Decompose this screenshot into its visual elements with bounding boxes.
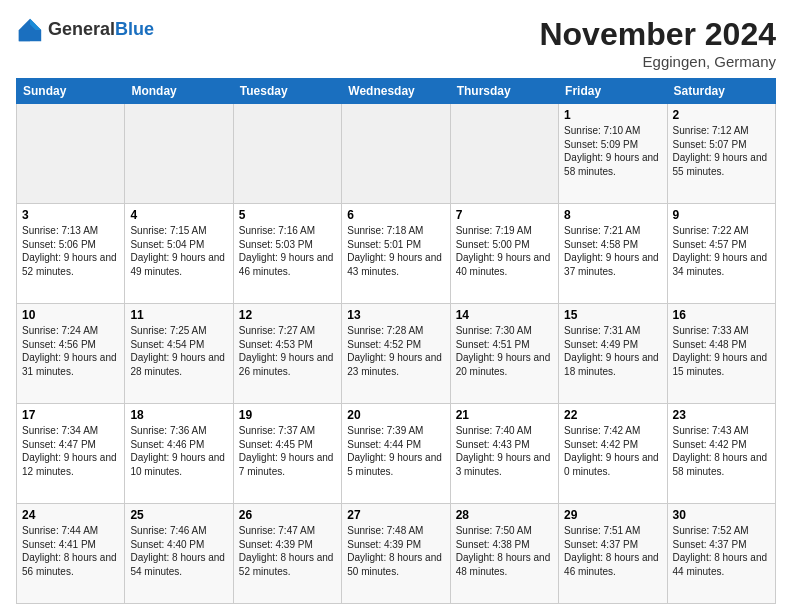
location: Eggingen, Germany bbox=[539, 53, 776, 70]
day-info: Sunrise: 7:13 AM Sunset: 5:06 PM Dayligh… bbox=[22, 224, 119, 278]
calendar-cell bbox=[17, 104, 125, 204]
day-info: Sunrise: 7:51 AM Sunset: 4:37 PM Dayligh… bbox=[564, 524, 661, 578]
day-info: Sunrise: 7:47 AM Sunset: 4:39 PM Dayligh… bbox=[239, 524, 336, 578]
day-number: 7 bbox=[456, 208, 553, 222]
calendar-cell: 3Sunrise: 7:13 AM Sunset: 5:06 PM Daylig… bbox=[17, 204, 125, 304]
calendar-cell: 5Sunrise: 7:16 AM Sunset: 5:03 PM Daylig… bbox=[233, 204, 341, 304]
calendar-cell bbox=[125, 104, 233, 204]
day-number: 27 bbox=[347, 508, 444, 522]
day-number: 24 bbox=[22, 508, 119, 522]
day-number: 20 bbox=[347, 408, 444, 422]
day-number: 13 bbox=[347, 308, 444, 322]
day-number: 17 bbox=[22, 408, 119, 422]
calendar: SundayMondayTuesdayWednesdayThursdayFrid… bbox=[16, 78, 776, 604]
day-info: Sunrise: 7:36 AM Sunset: 4:46 PM Dayligh… bbox=[130, 424, 227, 478]
day-info: Sunrise: 7:39 AM Sunset: 4:44 PM Dayligh… bbox=[347, 424, 444, 478]
day-number: 10 bbox=[22, 308, 119, 322]
calendar-cell: 24Sunrise: 7:44 AM Sunset: 4:41 PM Dayli… bbox=[17, 504, 125, 604]
day-number: 22 bbox=[564, 408, 661, 422]
calendar-cell: 20Sunrise: 7:39 AM Sunset: 4:44 PM Dayli… bbox=[342, 404, 450, 504]
day-number: 14 bbox=[456, 308, 553, 322]
day-number: 9 bbox=[673, 208, 770, 222]
calendar-cell: 4Sunrise: 7:15 AM Sunset: 5:04 PM Daylig… bbox=[125, 204, 233, 304]
day-number: 18 bbox=[130, 408, 227, 422]
calendar-cell: 7Sunrise: 7:19 AM Sunset: 5:00 PM Daylig… bbox=[450, 204, 558, 304]
day-info: Sunrise: 7:21 AM Sunset: 4:58 PM Dayligh… bbox=[564, 224, 661, 278]
calendar-cell: 29Sunrise: 7:51 AM Sunset: 4:37 PM Dayli… bbox=[559, 504, 667, 604]
header: GeneralBlue November 2024 Eggingen, Germ… bbox=[16, 16, 776, 70]
day-number: 4 bbox=[130, 208, 227, 222]
day-info: Sunrise: 7:31 AM Sunset: 4:49 PM Dayligh… bbox=[564, 324, 661, 378]
day-number: 19 bbox=[239, 408, 336, 422]
calendar-cell: 2Sunrise: 7:12 AM Sunset: 5:07 PM Daylig… bbox=[667, 104, 775, 204]
day-info: Sunrise: 7:42 AM Sunset: 4:42 PM Dayligh… bbox=[564, 424, 661, 478]
calendar-cell: 22Sunrise: 7:42 AM Sunset: 4:42 PM Dayli… bbox=[559, 404, 667, 504]
month-title: November 2024 bbox=[539, 16, 776, 53]
logo: GeneralBlue bbox=[16, 16, 154, 44]
day-number: 21 bbox=[456, 408, 553, 422]
day-number: 30 bbox=[673, 508, 770, 522]
calendar-cell: 21Sunrise: 7:40 AM Sunset: 4:43 PM Dayli… bbox=[450, 404, 558, 504]
calendar-cell: 6Sunrise: 7:18 AM Sunset: 5:01 PM Daylig… bbox=[342, 204, 450, 304]
day-info: Sunrise: 7:44 AM Sunset: 4:41 PM Dayligh… bbox=[22, 524, 119, 578]
day-number: 3 bbox=[22, 208, 119, 222]
calendar-cell: 16Sunrise: 7:33 AM Sunset: 4:48 PM Dayli… bbox=[667, 304, 775, 404]
calendar-cell: 17Sunrise: 7:34 AM Sunset: 4:47 PM Dayli… bbox=[17, 404, 125, 504]
day-number: 29 bbox=[564, 508, 661, 522]
calendar-cell: 19Sunrise: 7:37 AM Sunset: 4:45 PM Dayli… bbox=[233, 404, 341, 504]
day-info: Sunrise: 7:28 AM Sunset: 4:52 PM Dayligh… bbox=[347, 324, 444, 378]
weekday-header-sunday: Sunday bbox=[17, 79, 125, 104]
day-number: 11 bbox=[130, 308, 227, 322]
day-info: Sunrise: 7:22 AM Sunset: 4:57 PM Dayligh… bbox=[673, 224, 770, 278]
weekday-header-saturday: Saturday bbox=[667, 79, 775, 104]
day-number: 12 bbox=[239, 308, 336, 322]
day-number: 15 bbox=[564, 308, 661, 322]
day-info: Sunrise: 7:40 AM Sunset: 4:43 PM Dayligh… bbox=[456, 424, 553, 478]
calendar-cell: 27Sunrise: 7:48 AM Sunset: 4:39 PM Dayli… bbox=[342, 504, 450, 604]
day-info: Sunrise: 7:15 AM Sunset: 5:04 PM Dayligh… bbox=[130, 224, 227, 278]
day-info: Sunrise: 7:52 AM Sunset: 4:37 PM Dayligh… bbox=[673, 524, 770, 578]
calendar-cell: 9Sunrise: 7:22 AM Sunset: 4:57 PM Daylig… bbox=[667, 204, 775, 304]
weekday-header-wednesday: Wednesday bbox=[342, 79, 450, 104]
day-info: Sunrise: 7:30 AM Sunset: 4:51 PM Dayligh… bbox=[456, 324, 553, 378]
calendar-cell: 12Sunrise: 7:27 AM Sunset: 4:53 PM Dayli… bbox=[233, 304, 341, 404]
day-number: 8 bbox=[564, 208, 661, 222]
svg-rect-2 bbox=[19, 30, 30, 41]
calendar-cell: 28Sunrise: 7:50 AM Sunset: 4:38 PM Dayli… bbox=[450, 504, 558, 604]
calendar-cell: 10Sunrise: 7:24 AM Sunset: 4:56 PM Dayli… bbox=[17, 304, 125, 404]
calendar-cell bbox=[233, 104, 341, 204]
day-number: 16 bbox=[673, 308, 770, 322]
calendar-cell: 25Sunrise: 7:46 AM Sunset: 4:40 PM Dayli… bbox=[125, 504, 233, 604]
calendar-cell: 13Sunrise: 7:28 AM Sunset: 4:52 PM Dayli… bbox=[342, 304, 450, 404]
day-info: Sunrise: 7:46 AM Sunset: 4:40 PM Dayligh… bbox=[130, 524, 227, 578]
day-info: Sunrise: 7:19 AM Sunset: 5:00 PM Dayligh… bbox=[456, 224, 553, 278]
day-info: Sunrise: 7:48 AM Sunset: 4:39 PM Dayligh… bbox=[347, 524, 444, 578]
weekday-header-thursday: Thursday bbox=[450, 79, 558, 104]
day-number: 28 bbox=[456, 508, 553, 522]
day-number: 2 bbox=[673, 108, 770, 122]
logo-text: GeneralBlue bbox=[48, 20, 154, 40]
day-info: Sunrise: 7:37 AM Sunset: 4:45 PM Dayligh… bbox=[239, 424, 336, 478]
day-info: Sunrise: 7:25 AM Sunset: 4:54 PM Dayligh… bbox=[130, 324, 227, 378]
day-info: Sunrise: 7:12 AM Sunset: 5:07 PM Dayligh… bbox=[673, 124, 770, 178]
calendar-cell bbox=[342, 104, 450, 204]
day-number: 25 bbox=[130, 508, 227, 522]
calendar-cell: 23Sunrise: 7:43 AM Sunset: 4:42 PM Dayli… bbox=[667, 404, 775, 504]
day-info: Sunrise: 7:16 AM Sunset: 5:03 PM Dayligh… bbox=[239, 224, 336, 278]
day-info: Sunrise: 7:10 AM Sunset: 5:09 PM Dayligh… bbox=[564, 124, 661, 178]
day-info: Sunrise: 7:34 AM Sunset: 4:47 PM Dayligh… bbox=[22, 424, 119, 478]
calendar-cell: 11Sunrise: 7:25 AM Sunset: 4:54 PM Dayli… bbox=[125, 304, 233, 404]
day-number: 26 bbox=[239, 508, 336, 522]
calendar-cell: 8Sunrise: 7:21 AM Sunset: 4:58 PM Daylig… bbox=[559, 204, 667, 304]
day-info: Sunrise: 7:27 AM Sunset: 4:53 PM Dayligh… bbox=[239, 324, 336, 378]
calendar-cell: 1Sunrise: 7:10 AM Sunset: 5:09 PM Daylig… bbox=[559, 104, 667, 204]
day-info: Sunrise: 7:33 AM Sunset: 4:48 PM Dayligh… bbox=[673, 324, 770, 378]
day-number: 23 bbox=[673, 408, 770, 422]
calendar-cell: 14Sunrise: 7:30 AM Sunset: 4:51 PM Dayli… bbox=[450, 304, 558, 404]
day-number: 6 bbox=[347, 208, 444, 222]
day-info: Sunrise: 7:24 AM Sunset: 4:56 PM Dayligh… bbox=[22, 324, 119, 378]
day-info: Sunrise: 7:50 AM Sunset: 4:38 PM Dayligh… bbox=[456, 524, 553, 578]
title-block: November 2024 Eggingen, Germany bbox=[539, 16, 776, 70]
calendar-cell: 18Sunrise: 7:36 AM Sunset: 4:46 PM Dayli… bbox=[125, 404, 233, 504]
calendar-cell bbox=[450, 104, 558, 204]
